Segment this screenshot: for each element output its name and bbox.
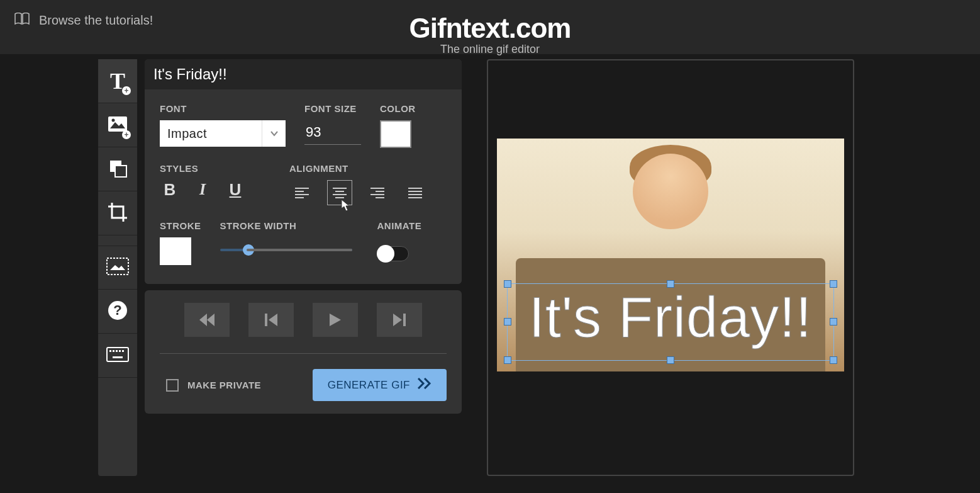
rewind-button[interactable] xyxy=(184,303,230,337)
make-private-option[interactable]: MAKE PRIVATE xyxy=(160,379,261,392)
play-button[interactable] xyxy=(313,303,358,337)
step-forward-button[interactable] xyxy=(377,303,422,337)
font-size-label: FONT SIZE xyxy=(304,103,361,114)
svg-rect-9 xyxy=(107,348,128,361)
font-select[interactable]: Impact xyxy=(160,120,286,147)
resize-handle[interactable] xyxy=(830,318,837,326)
font-size-input[interactable] xyxy=(304,120,361,145)
align-justify-button[interactable] xyxy=(403,180,428,205)
tutorials-label: Browse the tutorials! xyxy=(39,13,153,28)
left-toolbar: T + + ? xyxy=(98,59,137,476)
layers-icon xyxy=(108,158,128,181)
animate-toggle[interactable] xyxy=(377,246,409,261)
svg-marker-35 xyxy=(269,314,277,326)
resize-handle[interactable] xyxy=(667,356,674,364)
svg-marker-37 xyxy=(393,314,402,326)
tool-add-image[interactable]: + xyxy=(98,103,137,147)
svg-marker-33 xyxy=(207,314,214,326)
svg-rect-4 xyxy=(115,166,126,177)
resize-handle[interactable] xyxy=(504,280,511,288)
slider-thumb[interactable] xyxy=(243,244,254,256)
resize-handle[interactable] xyxy=(504,318,511,326)
workspace: T + + ? xyxy=(0,54,980,476)
preview-decor xyxy=(633,154,708,229)
plus-badge-icon: + xyxy=(122,86,131,95)
help-icon: ? xyxy=(108,300,128,323)
svg-rect-15 xyxy=(113,356,123,358)
playback-controls xyxy=(160,303,447,354)
crop-icon xyxy=(107,201,128,225)
align-left-button[interactable] xyxy=(289,180,315,205)
color-label: COLOR xyxy=(380,103,416,114)
svg-rect-38 xyxy=(403,314,406,326)
resize-handle[interactable] xyxy=(504,356,511,364)
styles-label: STYLES xyxy=(160,163,245,174)
tool-add-text[interactable]: T + xyxy=(98,59,137,103)
svg-text:?: ? xyxy=(113,302,121,318)
svg-marker-32 xyxy=(199,314,207,326)
frames-icon xyxy=(106,258,129,278)
svg-rect-13 xyxy=(119,350,121,352)
animate-label: ANIMATE xyxy=(377,220,422,231)
svg-point-2 xyxy=(112,118,115,122)
site-subtitle: The online gif editor xyxy=(409,43,571,56)
text-input-display[interactable]: It's Friday!! xyxy=(145,59,462,89)
bold-button[interactable]: B xyxy=(160,180,180,200)
font-label: FONT xyxy=(160,103,286,114)
svg-rect-12 xyxy=(116,350,118,352)
generate-label: GENERATE GIF xyxy=(328,379,410,392)
generate-gif-button[interactable]: GENERATE GIF xyxy=(313,369,447,401)
make-private-label: MAKE PRIVATE xyxy=(187,380,261,390)
text-selection-box[interactable]: It's Friday!! xyxy=(507,283,834,361)
plus-badge-icon: + xyxy=(122,130,131,139)
gif-preview[interactable]: It's Friday!! xyxy=(497,139,844,371)
book-icon xyxy=(14,13,30,28)
italic-button[interactable]: I xyxy=(192,180,213,200)
text-color-swatch[interactable] xyxy=(380,120,411,148)
canvas-panel: It's Friday!! xyxy=(487,59,854,476)
resize-handle[interactable] xyxy=(830,280,837,288)
svg-marker-6 xyxy=(110,265,125,270)
tool-shape-layer[interactable] xyxy=(98,147,137,191)
font-value: Impact xyxy=(167,127,207,141)
private-checkbox[interactable] xyxy=(166,379,179,392)
svg-rect-11 xyxy=(113,350,114,352)
tool-frame-range[interactable] xyxy=(98,246,137,290)
site-title-block: Gifntext.com The online gif editor xyxy=(409,13,571,56)
align-right-button[interactable] xyxy=(365,180,390,205)
playback-export-box: MAKE PRIVATE GENERATE GIF xyxy=(145,290,462,414)
stroke-width-slider[interactable] xyxy=(220,249,352,251)
svg-rect-14 xyxy=(122,350,124,352)
caption-text[interactable]: It's Friday!! xyxy=(508,284,833,360)
double-chevron-right-icon xyxy=(418,378,432,392)
svg-rect-34 xyxy=(265,314,267,326)
keyboard-icon xyxy=(106,347,129,365)
tutorials-link[interactable]: Browse the tutorials! xyxy=(14,13,153,28)
chevron-down-icon xyxy=(262,120,286,147)
top-bar: Browse the tutorials! Gifntext.com The o… xyxy=(0,0,980,54)
site-title: Gifntext.com xyxy=(409,13,571,44)
svg-rect-5 xyxy=(107,258,128,275)
svg-rect-0 xyxy=(108,116,127,132)
stroke-color-swatch[interactable] xyxy=(160,237,191,265)
align-center-button[interactable] xyxy=(327,180,352,205)
toggle-knob xyxy=(377,245,394,263)
tool-help[interactable]: ? xyxy=(98,290,137,334)
tool-crop[interactable] xyxy=(98,191,137,235)
stroke-label: STROKE xyxy=(160,220,201,231)
alignment-label: ALIGNMENT xyxy=(289,163,428,174)
underline-button[interactable]: U xyxy=(225,180,245,200)
stroke-width-label: STROKE WIDTH xyxy=(220,220,352,231)
resize-handle[interactable] xyxy=(667,280,674,288)
text-properties-box: FONT Impact FONT SIZE COLOR xyxy=(145,89,462,284)
tool-keyboard[interactable] xyxy=(98,334,137,378)
svg-rect-10 xyxy=(109,350,111,352)
step-back-button[interactable] xyxy=(248,303,294,337)
resize-handle[interactable] xyxy=(830,356,837,364)
properties-panel: It's Friday!! FONT Impact FONT SIZE xyxy=(145,59,462,476)
svg-marker-36 xyxy=(330,314,341,326)
